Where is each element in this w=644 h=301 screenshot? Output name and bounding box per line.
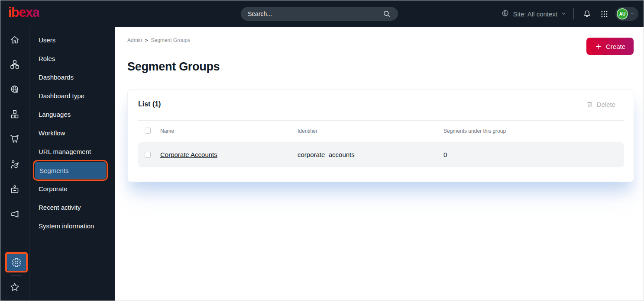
row-checkbox[interactable] <box>145 152 151 158</box>
menu-item-label: System information <box>39 222 94 230</box>
menu-item-dashboard-type[interactable]: Dashboard type <box>29 86 115 105</box>
menu-item-workflow[interactable]: Workflow <box>29 124 115 142</box>
search-input[interactable] <box>248 10 381 17</box>
site-context-switcher[interactable]: Site: All context <box>501 9 566 19</box>
menu-item-dashboards[interactable]: Dashboards <box>29 68 115 86</box>
avatar: AU <box>617 8 628 19</box>
breadcrumb-admin[interactable]: Admin <box>127 37 142 43</box>
create-button-label: Create <box>606 43 625 50</box>
admin-menu: Users Roles Dashboards Dashboard type La… <box>29 27 115 301</box>
chevron-down-icon <box>561 10 566 18</box>
menu-item-languages[interactable]: Languages <box>29 105 115 124</box>
cart-icon[interactable] <box>10 134 20 144</box>
menu-item-roles[interactable]: Roles <box>29 49 115 68</box>
create-button[interactable]: Create <box>586 38 634 55</box>
menu-item-label: Workflow <box>39 129 65 137</box>
card-divider <box>138 120 624 121</box>
select-all-checkbox[interactable] <box>145 128 151 134</box>
admin-gear-button[interactable] <box>7 254 26 271</box>
topbar-divider <box>573 8 574 19</box>
cell-name: Corporate Accounts <box>160 142 217 167</box>
rail-divider <box>11 275 22 276</box>
icon-rail <box>0 27 29 301</box>
products-icon[interactable] <box>10 109 20 119</box>
site-icon[interactable] <box>10 84 20 95</box>
table-row[interactable]: Corporate Accounts corporate_accounts 0 <box>138 142 624 167</box>
global-search[interactable] <box>241 7 398 21</box>
breadcrumb-segment-groups[interactable]: Segment Groups <box>151 37 190 43</box>
segments-highlight-annotation: Segments <box>33 160 108 181</box>
gear-icon <box>11 257 22 268</box>
site-context-label: Site: All context <box>513 10 557 18</box>
menu-item-label: Languages <box>39 111 71 118</box>
list-title: List (1) <box>138 100 161 108</box>
menu-item-label: Dashboards <box>39 74 74 81</box>
menu-item-label: Users <box>39 36 55 44</box>
plus-icon <box>595 43 602 50</box>
menu-item-url-management[interactable]: URL management <box>29 142 115 161</box>
segment-groups-list-card: List (1) Delete Name Identifier Segments… <box>127 89 634 182</box>
trash-icon <box>586 101 593 108</box>
menu-item-system-information[interactable]: System information <box>29 217 115 235</box>
content-tree-icon[interactable] <box>10 59 20 70</box>
menu-item-recent-activity[interactable]: Recent activity <box>29 198 115 217</box>
main-content: Admin > Segment Groups Segment Groups Cr… <box>115 27 644 301</box>
app-window: ibexa Site: All context <box>0 0 644 301</box>
ibexa-logo[interactable]: ibexa <box>8 5 39 20</box>
home-icon[interactable] <box>10 35 20 45</box>
personalization-icon[interactable] <box>10 159 20 170</box>
column-header-identifier: Identifier <box>298 128 317 134</box>
globe-icon <box>501 9 509 19</box>
menu-item-label: URL management <box>39 148 91 155</box>
breadcrumb: Admin > Segment Groups <box>127 37 190 43</box>
segment-group-link[interactable]: Corporate Accounts <box>160 151 217 158</box>
bell-icon[interactable] <box>581 8 593 20</box>
menu-item-label: Dashboard type <box>39 92 84 99</box>
menu-item-label: Corporate <box>39 185 68 192</box>
admin-section-highlight[interactable] <box>5 252 28 272</box>
table-header: Name Identifier Segments under this grou… <box>128 128 634 134</box>
user-menu[interactable]: AU <box>615 7 638 21</box>
menu-item-corporate[interactable]: Corporate <box>29 179 115 198</box>
topbar-right-cluster: Site: All context <box>501 0 638 27</box>
star-icon[interactable] <box>10 282 20 292</box>
search-icon[interactable] <box>381 8 393 20</box>
menu-item-label: Recent activity <box>39 204 81 211</box>
cell-segments-count: 0 <box>443 142 447 167</box>
breadcrumb-separator: > <box>145 38 148 43</box>
corporate-badge-icon[interactable] <box>10 184 20 195</box>
menu-item-label: Roles <box>39 55 55 62</box>
menu-item-users[interactable]: Users <box>29 31 115 49</box>
segments-active-background[interactable]: Segments <box>35 162 106 179</box>
column-header-name: Name <box>160 128 174 134</box>
app-grid-icon[interactable] <box>598 8 610 20</box>
menu-item-label: Segments <box>39 167 69 174</box>
chevron-down-icon <box>630 10 635 18</box>
column-header-segments: Segments under this group <box>443 128 506 134</box>
menu-item-segments[interactable]: Segments <box>29 161 115 179</box>
delete-button-label: Delete <box>597 101 615 108</box>
cell-identifier: corporate_accounts <box>298 142 355 167</box>
delete-button[interactable]: Delete <box>586 101 615 108</box>
announcement-icon[interactable] <box>10 209 20 219</box>
topbar: ibexa Site: All context <box>0 0 644 27</box>
page-title: Segment Groups <box>127 60 220 74</box>
